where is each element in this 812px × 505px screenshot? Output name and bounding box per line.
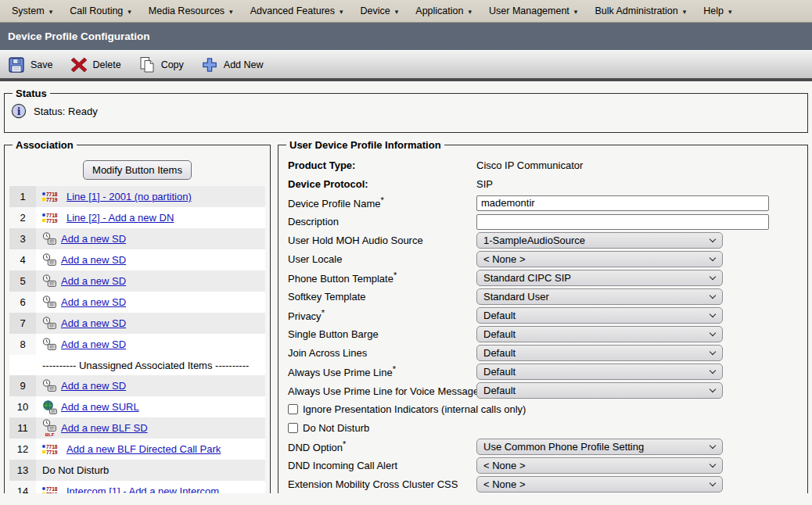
form-row: Device Protocol:SIP: [288, 176, 799, 192]
field-label-product-type: Product Type:: [288, 159, 476, 171]
association-section: Association Modify Button Items 17718771…: [4, 139, 271, 493]
delete-icon: [70, 56, 88, 73]
menu-item-application[interactable]: Application▾: [407, 0, 480, 22]
button-number: 11: [9, 417, 36, 439]
form-row: Extension Mobility Cross Cluster CSS< No…: [288, 476, 799, 492]
select-value: 1-SampleAudioSource: [483, 235, 585, 246]
select-value: Default: [483, 347, 516, 359]
association-link-add-a-new-sd[interactable]: Add a new SD: [61, 275, 126, 287]
softkey-template-select[interactable]: Standard User: [476, 288, 723, 305]
dnd-incoming-call-alert-select[interactable]: < None >: [476, 457, 723, 474]
association-cell: Add a new SD: [36, 292, 265, 313]
modify-button-items-button[interactable]: Modify Button Items: [83, 160, 192, 180]
menu-item-label: Call Routing: [70, 5, 123, 16]
association-cell: 77187719Add a new BLF Directed Call Park: [36, 439, 265, 460]
field-label-single-button-barge: Single Button Barge: [288, 328, 476, 340]
association-row: 1277187719Add a new BLF Directed Call Pa…: [9, 439, 265, 460]
association-row: 3Add a new SD: [9, 228, 265, 249]
toolbar-button-label: Delete: [93, 59, 121, 70]
chevron-down-icon: [710, 236, 716, 242]
titlebar: Device Profile Configuration: [0, 23, 812, 50]
field-label-join-across-lines: Join Across Lines: [288, 347, 476, 359]
button-number: 9: [9, 375, 36, 396]
required-asterisk: *: [393, 270, 397, 280]
do-not-disturb-checkbox[interactable]: [288, 423, 298, 433]
delete-button[interactable]: Delete: [70, 56, 121, 73]
status-section: Status i Status: Ready: [4, 88, 808, 133]
chevron-down-icon: [710, 274, 716, 280]
menubar: System▾Call Routing▾Media Resources▾Adva…: [0, 0, 812, 23]
menu-item-label: Device: [361, 5, 390, 16]
caret-down-icon: ▾: [340, 7, 343, 16]
association-link-add-a-new-sd[interactable]: Add a new SD: [61, 296, 126, 308]
user-hold-moh-audio-source-select[interactable]: 1-SampleAudioSource: [476, 232, 723, 249]
speed-dial-icon: [42, 253, 57, 267]
user-locale-select[interactable]: < None >: [476, 251, 723, 267]
chevron-down-icon: [710, 292, 716, 299]
association-row: 13Do Not Disturb: [9, 460, 265, 481]
form-row: DND Incoming Call Alert< None >: [288, 457, 799, 474]
association-link-add-a-new-blf-directed-call-park[interactable]: Add a new BLF Directed Call Park: [66, 443, 221, 455]
description-input[interactable]: [476, 214, 769, 230]
association-link-add-a-new-sd[interactable]: Add a new SD: [61, 317, 126, 329]
chevron-down-icon: [710, 330, 716, 336]
menu-item-media-resources[interactable]: Media Resources▾: [140, 0, 242, 22]
single-button-barge-select[interactable]: Default: [476, 326, 723, 342]
always-use-prime-line-for-voice-message-select[interactable]: Default: [476, 382, 723, 399]
association-link-line-2-add-a-new-dn[interactable]: Line [2] - Add a new DN: [66, 212, 174, 224]
ignore-presentation-indicators-internal-calls-only-checkbox[interactable]: [288, 404, 298, 414]
speed-dial-icon: [42, 232, 57, 245]
field-label-description: Description: [288, 216, 476, 227]
user-device-profile-section: User Device Profile Information Product …: [278, 139, 808, 493]
privacy-select[interactable]: Default: [476, 307, 723, 324]
association-link-add-a-new-sd[interactable]: Add a new SD: [61, 380, 126, 392]
device-profile-name-input[interactable]: [476, 195, 769, 211]
menu-item-device[interactable]: Device▾: [352, 0, 408, 22]
phone-button-template-select[interactable]: Standard CIPC SIP: [476, 270, 723, 286]
copy-button[interactable]: Copy: [138, 56, 184, 73]
extension-mobility-cross-cluster-css-select[interactable]: < None >: [476, 476, 723, 492]
field-label-device-protocol: Device Protocol:: [288, 178, 476, 190]
button-number: 13: [9, 460, 36, 481]
svg-text:i: i: [17, 106, 21, 117]
dnd-option-select[interactable]: Use Common Phone Profile Setting: [476, 439, 723, 455]
menu-item-call-routing[interactable]: Call Routing▾: [61, 0, 140, 22]
field-label-always-use-prime-line: Always Use Prime Line*: [288, 364, 476, 378]
add-new-button[interactable]: Add New: [201, 56, 264, 73]
menu-item-label: Help: [703, 5, 724, 16]
association-row: 4Add a new SD: [9, 249, 265, 270]
save-button[interactable]: Save: [8, 56, 53, 73]
association-row: 177187719Line [1] - 2001 (no partition): [9, 186, 265, 207]
association-list: 177187719Line [1] - 2001 (no partition)2…: [9, 186, 265, 493]
join-across-lines-select[interactable]: Default: [476, 345, 723, 361]
button-number: 12: [9, 439, 36, 460]
menu-item-user-management[interactable]: User Management▾: [480, 0, 586, 22]
association-link-add-a-new-sd[interactable]: Add a new SD: [61, 338, 126, 350]
association-row: 9Add a new SD: [9, 375, 265, 396]
page-title: Device Profile Configuration: [8, 30, 150, 42]
service-url-icon: [42, 400, 57, 414]
association-label-do-not-disturb: Do Not Disturb: [42, 464, 109, 476]
association-link-add-a-new-surl[interactable]: Add a new SURL: [61, 401, 139, 413]
association-cell: 77187719Line [2] - Add a new DN: [36, 207, 265, 228]
menu-item-bulk-administration[interactable]: Bulk Administration▾: [586, 0, 695, 22]
select-value: Default: [483, 366, 516, 378]
always-use-prime-line-select[interactable]: Default: [476, 364, 723, 380]
association-link-line-1-2001-no-partition[interactable]: Line [1] - 2001 (no partition): [66, 191, 192, 202]
menu-item-help[interactable]: Help▾: [695, 0, 740, 22]
association-cell: Add a new SD: [36, 270, 265, 292]
association-link-add-a-new-sd[interactable]: Add a new SD: [61, 254, 126, 266]
field-label-extension-mobility-cross-cluster-css: Extension Mobility Cross Cluster CSS: [288, 478, 476, 490]
association-link-add-a-new-sd[interactable]: Add a new SD: [61, 233, 126, 245]
association-row: 8Add a new SD: [9, 334, 265, 355]
speed-dial-icon: [42, 274, 57, 288]
menu-item-advanced-features[interactable]: Advanced Features▾: [242, 0, 352, 22]
select-value: Standard CIPC SIP: [483, 272, 571, 284]
association-link-add-a-new-blf-sd[interactable]: Add a new BLF SD: [61, 422, 148, 434]
info-icon: i: [11, 103, 27, 119]
form-row: Always Use Prime Line*Default: [288, 364, 799, 380]
association-link-intercom-1-add-a-new-intercom[interactable]: Intercom [1] - Add a new Intercom: [66, 485, 219, 493]
toolbar-button-label: Add New: [224, 59, 264, 70]
form-row: Device Profile Name*: [288, 195, 799, 211]
menu-item-system[interactable]: System▾: [3, 0, 61, 22]
